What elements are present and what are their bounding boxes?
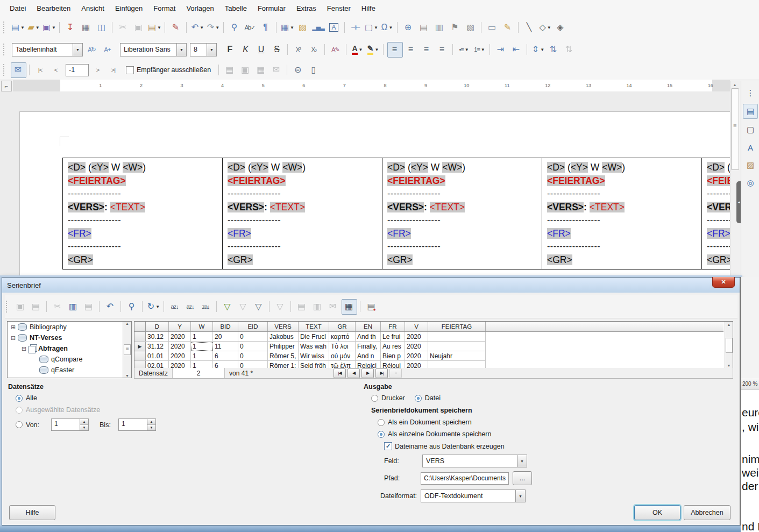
insert-table-icon[interactable]: ▦ ▼ (280, 20, 295, 35)
formatting-marks-icon[interactable]: ¶ (259, 20, 273, 35)
menu-tabelle[interactable]: Tabelle (219, 2, 252, 15)
field-d[interactable]: <D> (68, 162, 86, 173)
field-text[interactable]: <TEXT> (430, 202, 465, 212)
previous-record-button[interactable]: ◀ (347, 368, 360, 378)
para-space-decrease-button[interactable]: ⇅ (562, 42, 577, 57)
menu-einfuegen[interactable]: Einfügen (110, 2, 148, 15)
insert-line-icon[interactable]: ╲ (522, 20, 537, 35)
field-vers[interactable]: <VERS> (68, 202, 104, 212)
close-data-source-icon[interactable]: ▤ (364, 300, 379, 314)
von-value[interactable]: 1 (52, 419, 80, 430)
tree-item-nt-verses[interactable]: ⊟ NT-Verses (8, 332, 131, 343)
grid-column-header[interactable]: FEIERTAG (428, 322, 486, 332)
grid-cell[interactable]: 0 (238, 342, 268, 351)
field-vers[interactable]: <VERS> (228, 202, 264, 212)
bis-value[interactable]: 1 (119, 419, 147, 430)
grid-column-header[interactable]: GR (329, 322, 356, 332)
tree-item-qeaster[interactable]: qEaster (8, 365, 131, 375)
datei-radio[interactable] (415, 395, 422, 402)
field-d[interactable]: <D> (547, 162, 565, 173)
field-y[interactable]: <Y> (411, 162, 428, 173)
field-w[interactable]: <W> (282, 162, 302, 173)
sidebar-settings-icon[interactable]: ⋮ (743, 86, 757, 100)
menu-extras[interactable]: Extras (291, 2, 322, 15)
insert-image-icon[interactable]: ▨ (296, 20, 310, 35)
toolbar-grip[interactable] (3, 22, 8, 33)
field-y[interactable]: <Y> (91, 162, 109, 173)
last-record-button[interactable]: ▶| (375, 368, 388, 378)
mail-merge-fields-icon[interactable]: ✉ (11, 62, 26, 78)
grid-cell[interactable] (486, 332, 724, 342)
field-d[interactable]: <D> (228, 162, 245, 173)
first-record-button[interactable]: |◀ (334, 368, 346, 378)
grid-cell[interactable]: Was wah (299, 342, 329, 351)
drucker-radio[interactable] (371, 395, 378, 402)
grid-cell[interactable] (428, 342, 486, 351)
grid-cell[interactable]: 6 (213, 351, 238, 361)
align-left-button[interactable]: ≡ (387, 42, 403, 58)
data-source-of-current-document-icon[interactable]: ▦ (342, 299, 357, 315)
merge-table-cell[interactable]: <D> (<Y> W <W>) <FEIERTAG> -------------… (702, 158, 730, 269)
insert-footnote-icon[interactable]: ▤ (417, 20, 431, 35)
copy-icon[interactable]: ▣ (132, 20, 146, 35)
grid-cell[interactable]: 2020 (169, 342, 191, 351)
field-fr[interactable]: <FR> (387, 228, 411, 239)
grid-cell[interactable]: Römer 5, (268, 351, 299, 361)
sidebar-gallery-icon[interactable]: ▨ (743, 158, 757, 172)
scrollbar-thumb[interactable] (726, 338, 733, 353)
bold-button[interactable]: F (223, 42, 238, 57)
grid-cell[interactable] (428, 332, 486, 342)
dropdown-button[interactable]: ▼ (515, 490, 525, 502)
close-icon[interactable]: ✕ (712, 277, 735, 288)
grid-column-header[interactable]: Y (169, 322, 191, 332)
field-y[interactable]: <Y> (251, 162, 268, 173)
para-space-increase-button[interactable]: ⇅ (547, 42, 561, 57)
find-record-icon[interactable]: ⚲ (125, 300, 139, 314)
scrollbar-thumb[interactable]: ≣ (124, 344, 131, 355)
field-gr[interactable]: <GR> (547, 254, 572, 265)
edit-individual-documents-icon[interactable]: ▤ (223, 63, 237, 77)
insert-field-icon[interactable]: ▢ ▼ (364, 20, 379, 35)
grid-cell[interactable] (134, 332, 146, 342)
field-feiertag[interactable]: <FEIERTAG> (707, 175, 730, 186)
paragraph-style-combo[interactable]: Tabelleninhalt ▼ (12, 43, 83, 56)
bullet-list-button[interactable]: •≡ ▼ (457, 42, 471, 57)
field-text[interactable]: <TEXT> (270, 202, 305, 212)
numbered-list-button[interactable]: 1≡ ▼ (472, 42, 487, 57)
font-color-icon[interactable]: A ▼ (350, 42, 365, 57)
print-merged-documents-icon[interactable]: ▦ (254, 63, 268, 77)
highlight-color-icon[interactable]: ✎ ▼ (366, 42, 380, 57)
grid-cell[interactable]: 01.01 (146, 351, 169, 361)
grid-column-header[interactable]: EID (238, 322, 268, 332)
grid-cell[interactable]: Jakobus (268, 332, 299, 342)
spin-down-icon[interactable]: ▼ (80, 425, 88, 430)
field-vers[interactable]: <VERS> (707, 202, 730, 212)
grid-cell[interactable]: 30.12 (146, 332, 169, 342)
record-number-input[interactable]: -1 (66, 64, 89, 76)
grid-column-header[interactable]: W (191, 322, 213, 332)
previous-record-button[interactable]: < (49, 63, 63, 77)
tree-scrollbar[interactable]: ▲ ≣ ▼ (123, 322, 131, 378)
field-feiertag[interactable]: <FEIERTAG> (68, 175, 126, 186)
field-w[interactable]: <W> (602, 162, 622, 173)
document-page[interactable]: <D> (<Y> W <W>) <FEIERTAG> -------------… (19, 111, 730, 277)
scroll-up-icon[interactable]: ▲ (730, 81, 739, 88)
new-style-icon[interactable]: A+ (101, 42, 115, 57)
find-replace-icon[interactable]: ⚲ (228, 20, 242, 35)
grid-cell[interactable]: 20 (213, 332, 238, 342)
menu-datei[interactable]: Datei (4, 2, 31, 15)
spin-up-icon[interactable]: ▲ (147, 419, 155, 425)
von-spinner[interactable]: 1 ▲▼ (51, 418, 89, 431)
paste-icon[interactable]: ▤ (82, 300, 96, 314)
paste-icon[interactable]: ▤ ▼ (147, 20, 162, 35)
grid-column-header[interactable] (134, 322, 146, 332)
superscript-button[interactable]: X² (292, 42, 306, 57)
field-fr[interactable]: <FR> (547, 228, 571, 239)
save-icon[interactable]: ▣ ▼ (42, 20, 56, 35)
clear-formatting-icon[interactable]: A✎ (329, 42, 343, 57)
basic-shapes-icon[interactable]: ◇ ▼ (538, 20, 552, 35)
field-d[interactable]: <D> (387, 162, 405, 173)
grid-row[interactable]: 01.012020160Römer 5,Wir wissοὐ μόνAnd nB… (134, 351, 723, 361)
grid-cell[interactable]: 31.12 (146, 342, 169, 351)
grid-column-header[interactable]: FR (381, 322, 405, 332)
